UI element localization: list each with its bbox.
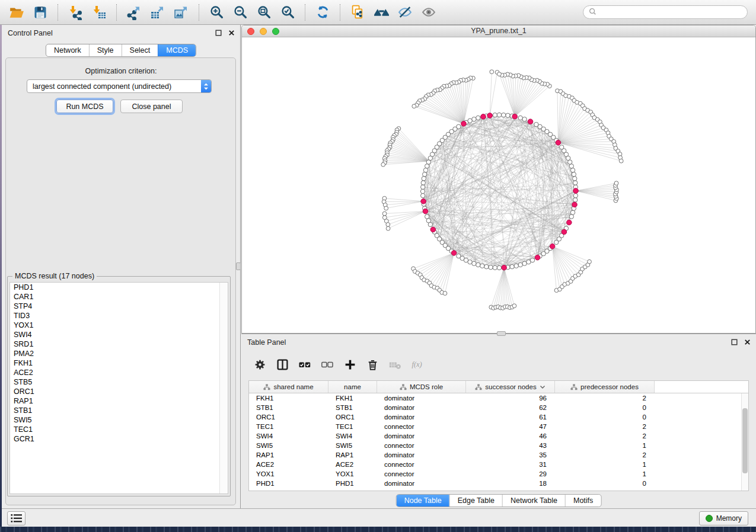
table-row[interactable]: TEC1TEC1connector472 (249, 422, 748, 431)
mcds-result-item[interactable]: STP4 (10, 302, 228, 311)
cell-predecessor-nodes: 1 (555, 441, 655, 450)
cell-name: SWI5 (328, 441, 377, 450)
cell-successor-nodes: 29 (466, 469, 555, 479)
cell-name: FKH1 (328, 393, 377, 403)
table-body: FKH1FKH1dominator962STB1STB1dominator620… (249, 393, 748, 488)
columns-icon[interactable] (276, 358, 289, 371)
mcds-result-item[interactable]: ORC1 (10, 387, 228, 396)
tab-style[interactable]: Style (89, 44, 122, 56)
tab-network[interactable]: Network (46, 44, 89, 56)
table-scrollbar[interactable] (741, 393, 748, 491)
table-row[interactable]: SWI5SWI5connector431 (249, 441, 748, 450)
mcds-result-item[interactable]: ACE2 (10, 368, 228, 377)
mcds-result-item[interactable]: YOX1 (10, 321, 228, 330)
mcds-result-item[interactable]: CAR1 (10, 292, 228, 302)
select-all-icon[interactable] (298, 358, 311, 371)
minimize-window-icon[interactable] (260, 28, 267, 35)
tab-network-table[interactable]: Network Table (502, 495, 565, 507)
close-panel-icon[interactable] (228, 30, 235, 36)
deselect-all-icon[interactable] (321, 358, 334, 371)
zoom-in-icon[interactable] (205, 2, 228, 23)
mcds-result-item[interactable]: STB1 (10, 406, 228, 415)
float-window-icon[interactable] (215, 30, 222, 36)
tab-mcds[interactable]: MCDS (158, 44, 196, 56)
mcds-result-item[interactable]: SRD1 (10, 339, 228, 349)
show-display-icon[interactable] (417, 2, 441, 23)
apply-layout-icon[interactable] (311, 2, 334, 23)
mcds-result-item[interactable]: FKH1 (10, 358, 228, 368)
mcds-result-item[interactable]: SWI4 (10, 330, 228, 339)
add-row-icon[interactable] (343, 358, 356, 371)
settings-icon[interactable] (253, 358, 266, 371)
tab-edge-table[interactable]: Edge Table (449, 495, 502, 507)
import-table-icon[interactable] (87, 2, 111, 23)
task-history-button[interactable] (7, 511, 25, 525)
maximize-window-icon[interactable] (272, 28, 279, 35)
cell-name: PHD1 (328, 479, 377, 488)
column-header-successor-nodes[interactable]: successor nodes (466, 381, 555, 393)
function-builder-icon: f(x) (411, 358, 424, 371)
import-network-icon[interactable] (63, 2, 87, 23)
network-window-titlebar[interactable]: YPA_prune.txt_1 (242, 25, 755, 37)
export-network-icon[interactable] (122, 2, 146, 23)
search-windows-icon[interactable] (369, 2, 393, 23)
table-row[interactable]: ORC1ORC1dominator610 (249, 412, 748, 422)
column-header-MCDS-role[interactable]: MCDS role (377, 381, 466, 393)
export-document-icon[interactable] (346, 2, 369, 23)
cell-name: RAP1 (328, 450, 377, 460)
table-row[interactable]: RAP1RAP1dominator352 (249, 450, 748, 460)
save-session-icon[interactable] (28, 2, 52, 23)
table-row[interactable]: SWI4SWI4dominator462 (249, 431, 748, 441)
horizontal-splitter-handle[interactable] (497, 331, 506, 336)
open-file-icon[interactable] (5, 2, 28, 23)
mcds-result-item[interactable]: STB5 (10, 377, 228, 387)
mcds-result-item[interactable]: PMA2 (10, 349, 228, 358)
cell-shared-name: SWI5 (249, 441, 328, 450)
memory-button[interactable]: Memory (699, 511, 748, 525)
table-row[interactable]: ACE2ACE2connector311 (249, 460, 748, 469)
zoom-out-icon[interactable] (228, 2, 252, 23)
delete-row-icon[interactable] (366, 358, 379, 371)
list-scrollbar[interactable] (219, 283, 228, 493)
column-header-name[interactable]: name (328, 381, 377, 393)
table-row[interactable]: PHD1PHD1dominator180 (249, 479, 748, 488)
cell-successor-nodes: 46 (466, 431, 555, 441)
criterion-select[interactable]: largest connected component (undirected) (27, 79, 212, 93)
zoom-fit-icon[interactable] (252, 2, 276, 23)
mcds-result-group: MCDS result (17 nodes) PHD1CAR1STP4TID3Y… (7, 276, 231, 496)
mcds-result-item[interactable]: RAP1 (10, 396, 228, 406)
cell-name: STB1 (328, 403, 377, 412)
export-table-icon[interactable] (146, 2, 170, 23)
run-mcds-button[interactable]: Run MCDS (56, 100, 113, 113)
mcds-result-item[interactable]: PHD1 (10, 283, 228, 292)
export-image-icon[interactable] (170, 2, 193, 23)
network-graph-svg (242, 37, 755, 333)
vertical-splitter-handle[interactable] (236, 262, 241, 270)
toolbar-separator (199, 4, 199, 21)
column-header-shared-name[interactable]: shared name (249, 381, 328, 393)
select-stepper-icon (201, 80, 211, 92)
close-panel-button[interactable]: Close panel (120, 100, 183, 113)
float-window-icon[interactable] (731, 339, 738, 345)
hide-display-icon[interactable] (393, 2, 417, 23)
tab-motifs[interactable]: Motifs (565, 495, 601, 507)
table-row[interactable]: FKH1FKH1dominator962 (249, 393, 748, 403)
column-header-predecessor-nodes[interactable]: predecessor nodes (555, 381, 655, 393)
mcds-result-item[interactable]: SWI5 (10, 415, 228, 425)
zoom-selected-icon[interactable] (276, 2, 299, 23)
search-input[interactable] (599, 8, 742, 17)
search-box[interactable] (583, 5, 748, 19)
mcds-result-list[interactable]: PHD1CAR1STP4TID3YOX1SWI4SRD1PMA2FKH1ACE2… (9, 282, 228, 494)
close-panel-icon[interactable] (744, 339, 751, 345)
mcds-result-item[interactable]: GCR1 (10, 434, 228, 444)
mcds-result-item[interactable]: TID3 (10, 311, 228, 321)
close-window-icon[interactable] (247, 28, 254, 35)
table-scrollbar-thumb[interactable] (742, 408, 748, 473)
tab-select[interactable]: Select (122, 44, 158, 56)
cell-predecessor-nodes: 2 (555, 393, 655, 403)
tab-node-table[interactable]: Node Table (397, 495, 449, 507)
table-row[interactable]: YOX1YOX1connector291 (249, 469, 748, 479)
table-row[interactable]: STB1STB1dominator620 (249, 403, 748, 412)
mcds-result-item[interactable]: TEC1 (10, 425, 228, 434)
network-canvas[interactable] (242, 37, 755, 333)
